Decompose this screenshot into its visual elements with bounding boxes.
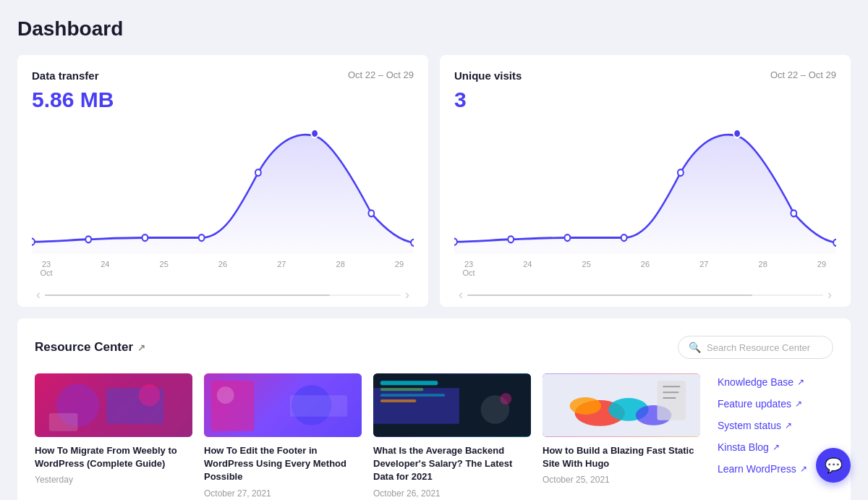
x-label: 26	[631, 260, 660, 277]
article-date: October 27, 2021	[204, 488, 362, 499]
article-thumbnail	[542, 373, 700, 437]
chart-dot	[833, 240, 836, 246]
chart-scroll-row: ‹ ›	[32, 283, 414, 307]
chart-dot	[368, 210, 374, 216]
svg-rect-15	[380, 399, 417, 402]
data-transfer-chart	[32, 124, 414, 254]
chart-dot	[411, 240, 414, 246]
chat-button[interactable]: 💬	[816, 448, 851, 483]
svg-rect-12	[380, 381, 438, 385]
resource-search-input[interactable]	[707, 342, 822, 353]
x-label: 28	[749, 260, 778, 277]
article-title: How to Build a Blazing Fast Static Site …	[542, 444, 700, 470]
article-date: October 26, 2021	[373, 488, 531, 499]
x-label: 23Oct	[32, 260, 61, 277]
feature-updates-link[interactable]: Feature updates ↗	[718, 398, 833, 410]
x-label: 24	[513, 260, 542, 277]
chart-dot	[508, 236, 514, 242]
x-label: 28	[326, 260, 355, 277]
external-link-icon: ↗	[795, 399, 802, 409]
article-item[interactable]: What Is the Average Backend Developer's …	[373, 373, 531, 499]
svg-point-17	[500, 393, 511, 404]
page-title: Dashboard	[17, 17, 851, 41]
resource-content: How To Migrate From Weebly to WordPress …	[35, 373, 833, 499]
chat-icon: 💬	[825, 457, 843, 474]
unique-visits-card: Unique visits Oct 22 – Oct 29 3	[440, 55, 851, 307]
data-transfer-date-range: Oct 22 – Oct 29	[348, 69, 414, 80]
chart-dot-peak	[311, 130, 318, 137]
x-label: 27	[689, 260, 718, 277]
scroll-left-arrow[interactable]: ‹	[454, 287, 467, 302]
svg-rect-14	[380, 394, 445, 397]
knowledge-base-link[interactable]: Knowledge Base ↗	[718, 376, 833, 388]
chart-dot	[454, 239, 457, 245]
article-title: How To Migrate From Weebly to WordPress …	[35, 444, 192, 470]
data-transfer-card: Data transfer Oct 22 – Oct 29 5.86 MB	[17, 55, 428, 307]
article-thumbnail	[35, 373, 192, 437]
scroll-right-arrow[interactable]: ›	[823, 287, 836, 302]
unique-visits-title: Unique visits	[454, 69, 522, 82]
resource-center-card: Resource Center ↗ 🔍	[17, 318, 851, 500]
chart-dot	[678, 169, 684, 176]
resource-center-header: Resource Center ↗ 🔍	[35, 336, 833, 359]
external-link-icon[interactable]: ↗	[137, 342, 145, 353]
article-item[interactable]: How To Migrate From Weebly to WordPress …	[35, 373, 192, 499]
svg-rect-11	[373, 388, 459, 424]
svg-rect-8	[290, 395, 347, 417]
article-date: Yesterday	[35, 475, 192, 485]
data-transfer-header: Data transfer Oct 22 – Oct 29	[32, 69, 414, 82]
svg-rect-13	[380, 388, 423, 391]
resource-search-box[interactable]: 🔍	[678, 336, 833, 359]
search-icon: 🔍	[689, 342, 701, 353]
resource-center-title: Resource Center ↗	[35, 340, 145, 355]
external-link-icon: ↗	[797, 377, 804, 387]
chart-dot	[32, 239, 35, 245]
data-transfer-value: 5.86 MB	[32, 88, 414, 112]
article-date: October 25, 2021	[542, 475, 700, 485]
external-link-icon: ↗	[800, 464, 807, 474]
data-transfer-title: Data transfer	[32, 69, 99, 82]
chart-dot	[85, 236, 91, 242]
unique-visits-date-range: Oct 22 – Oct 29	[770, 69, 836, 80]
chart-scroll-row: ‹ ›	[454, 283, 836, 307]
chart-dot	[791, 210, 796, 216]
kinsta-blog-link[interactable]: Kinsta Blog ↗	[718, 441, 833, 453]
article-title: What Is the Average Backend Developer's …	[373, 444, 531, 484]
article-title: How To Edit the Footer in WordPress Usin…	[204, 444, 362, 484]
x-label: 27	[267, 260, 296, 277]
articles-grid: How To Migrate From Weebly to WordPress …	[35, 373, 700, 499]
resource-links: Knowledge Base ↗ Feature updates ↗ Syste…	[718, 373, 833, 499]
svg-rect-6	[211, 381, 254, 431]
unique-visits-x-axis: 23Oct 24 25 26 27 28 29	[454, 257, 836, 283]
external-link-icon: ↗	[785, 420, 792, 431]
x-label: 29	[385, 260, 414, 277]
article-thumbnail	[204, 373, 362, 437]
svg-point-3	[139, 384, 161, 406]
x-label: 29	[807, 260, 836, 277]
chart-dot-peak	[733, 130, 741, 137]
article-item[interactable]: How to Build a Blazing Fast Static Site …	[542, 373, 700, 499]
external-link-icon: ↗	[773, 442, 780, 452]
svg-point-9	[217, 386, 234, 404]
x-label: 24	[90, 260, 119, 277]
chart-dot	[142, 234, 148, 241]
system-status-link[interactable]: System status ↗	[718, 420, 833, 431]
unique-visits-header: Unique visits Oct 22 – Oct 29	[454, 69, 836, 82]
chart-dot	[199, 234, 205, 241]
unique-visits-value: 3	[454, 88, 836, 112]
article-item[interactable]: How To Edit the Footer in WordPress Usin…	[204, 373, 362, 499]
data-transfer-x-axis: 23Oct 24 25 26 27 28 29	[32, 257, 414, 283]
scroll-right-arrow[interactable]: ›	[401, 287, 414, 302]
x-label: 23Oct	[454, 260, 483, 277]
scroll-left-arrow[interactable]: ‹	[32, 287, 45, 302]
x-label: 25	[572, 260, 601, 277]
chart-dot	[565, 234, 571, 241]
unique-visits-chart	[454, 124, 836, 254]
x-label: 26	[208, 260, 237, 277]
chart-dot	[255, 169, 261, 176]
chart-dot	[621, 234, 627, 241]
svg-point-21	[570, 397, 602, 415]
article-thumbnail	[373, 373, 531, 437]
x-label: 25	[150, 260, 179, 277]
svg-rect-4	[49, 413, 78, 431]
